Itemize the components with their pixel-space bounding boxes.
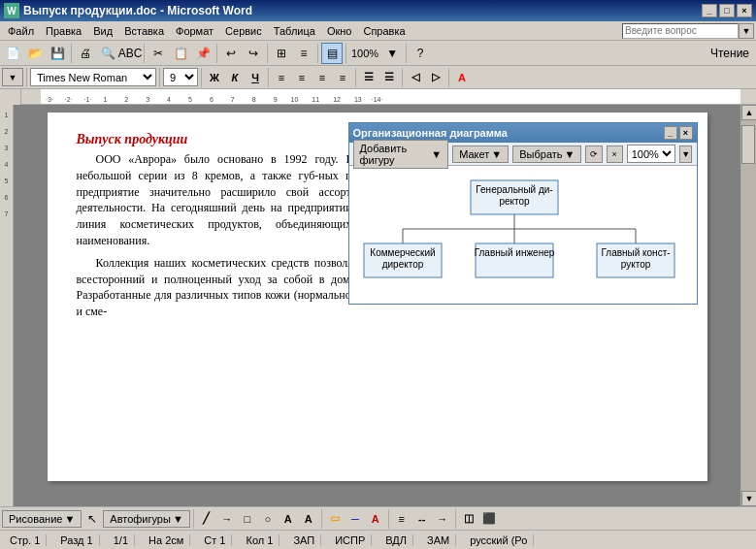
list-button[interactable]: ☰: [359, 68, 378, 86]
wordart-button[interactable]: A: [299, 509, 318, 528]
3d-button[interactable]: ⬛: [479, 509, 499, 528]
numlist-button[interactable]: ☰: [379, 68, 399, 86]
menu-format[interactable]: Формат: [170, 23, 219, 39]
svg-text:директор: директор: [381, 259, 423, 270]
scroll-track[interactable]: [741, 120, 756, 491]
open-button[interactable]: 📂: [24, 43, 46, 64]
menu-window[interactable]: Окно: [321, 23, 358, 39]
read-button-container: Чтение: [706, 43, 754, 64]
ruler-corner: [0, 89, 21, 105]
select-arrow-button[interactable]: ↖: [82, 510, 102, 528]
rect-button[interactable]: □: [238, 509, 257, 528]
org-panel-close-button[interactable]: ×: [679, 126, 693, 140]
indent-more-button[interactable]: ▷: [426, 68, 445, 86]
color-button[interactable]: A: [452, 68, 472, 86]
line-style-button[interactable]: ≡: [392, 509, 411, 528]
org-panel-controls[interactable]: _ ×: [664, 126, 693, 140]
arrow-button[interactable]: →: [217, 509, 237, 528]
menu-help[interactable]: Справка: [357, 23, 411, 39]
maximize-button[interactable]: □: [719, 4, 735, 17]
document-area[interactable]: Организационная диаграмма _ × Добавить ф…: [14, 105, 740, 506]
status-bar: Стр. 1 Разд 1 1/1 На 2см Ст 1 Кол 1 ЗАП …: [0, 530, 756, 549]
arrow-style-button[interactable]: →: [433, 509, 452, 528]
layout-button[interactable]: Макет ▼: [452, 145, 509, 163]
spell-button[interactable]: ABC: [119, 43, 141, 64]
org-refresh-button[interactable]: ⟳: [585, 145, 602, 163]
status-pages: 1/1: [108, 534, 135, 546]
minimize-button[interactable]: _: [702, 4, 717, 17]
sep5: [317, 44, 318, 63]
sep-fmt3: [201, 68, 202, 87]
svg-text:Главный инженер: Главный инженер: [474, 247, 554, 258]
bold-button[interactable]: Ж: [205, 68, 224, 86]
org-close-button[interactable]: ×: [607, 145, 623, 163]
style-dropdown[interactable]: ▼: [2, 68, 23, 86]
cut-button[interactable]: ✂: [148, 43, 169, 64]
italic-button[interactable]: К: [225, 68, 245, 86]
align-justify-button[interactable]: ≡: [333, 68, 352, 86]
scroll-thumb[interactable]: [741, 125, 755, 164]
dash-style-button[interactable]: --: [412, 509, 432, 528]
window-controls[interactable]: _ □ ×: [702, 4, 752, 17]
underline-button[interactable]: Ч: [246, 68, 265, 86]
columns-button[interactable]: ≡: [293, 43, 314, 64]
org-zoom-selector[interactable]: 100%: [627, 145, 675, 163]
shadow-button[interactable]: ◫: [459, 509, 478, 528]
save-button[interactable]: 💾: [47, 43, 68, 64]
paste-button[interactable]: 📌: [192, 43, 214, 64]
org-zoom-dropdown[interactable]: ▼: [679, 145, 693, 163]
add-shape-button[interactable]: Добавить фигуру ▼: [353, 140, 449, 169]
align-right-button[interactable]: ≡: [312, 68, 332, 86]
close-button[interactable]: ×: [737, 4, 752, 17]
fill-color-button[interactable]: ▭: [325, 509, 345, 528]
scroll-up-button[interactable]: ▲: [741, 105, 756, 120]
textbox-button[interactable]: A: [279, 509, 298, 528]
line-color-button[interactable]: ─: [345, 509, 365, 528]
line-button[interactable]: ╱: [197, 509, 216, 528]
zoom-dropdown[interactable]: ▼: [381, 43, 403, 64]
scroll-down-button[interactable]: ▼: [741, 491, 756, 506]
status-section: Разд 1: [54, 534, 99, 546]
menu-edit[interactable]: Правка: [40, 23, 87, 39]
horizontal-ruler: ·3··2··1· 123 456 789 101112 13·14·: [21, 89, 756, 105]
print-button[interactable]: 🖨: [75, 43, 96, 64]
svg-text:ректор: ректор: [499, 196, 530, 207]
autoshapes-button[interactable]: Автофигуры ▼: [103, 510, 189, 528]
redo-button[interactable]: ↪: [243, 43, 264, 64]
menu-view[interactable]: Вид: [87, 23, 118, 39]
select-button[interactable]: Выбрать ▼: [512, 145, 581, 163]
table-button[interactable]: ⊞: [271, 43, 292, 64]
draw-button[interactable]: Рисование ▼: [2, 510, 82, 528]
oval-button[interactable]: ○: [258, 509, 278, 528]
help-button[interactable]: ?: [410, 43, 431, 64]
org-panel-toolbar: Добавить фигуру ▼ Макет ▼ Выбрать ▼ ⟳ × …: [349, 143, 697, 166]
align-center-button[interactable]: ≡: [292, 68, 312, 86]
menu-table[interactable]: Таблица: [268, 23, 321, 39]
vertical-ruler: 1 2 3 4 5 6 7: [0, 105, 14, 506]
status-zam: ЗАМ: [421, 534, 456, 546]
vertical-scrollbar[interactable]: ▲ ▼: [740, 105, 756, 506]
help-search-button[interactable]: ▼: [739, 23, 754, 39]
menu-file[interactable]: Файл: [2, 23, 40, 39]
font-color-button[interactable]: A: [366, 509, 385, 528]
copy-button[interactable]: 📋: [170, 43, 191, 64]
org-panel-title: Организационная диаграмма: [353, 127, 508, 139]
font-selector[interactable]: Times New Roman: [30, 68, 156, 86]
size-selector[interactable]: 9: [163, 68, 198, 86]
align-left-button[interactable]: ≡: [272, 68, 291, 86]
read-button[interactable]: Чтение: [706, 43, 754, 64]
status-ispr: ИСПР: [329, 534, 372, 546]
ruler-row: ·3··2··1· 123 456 789 101112 13·14·: [0, 89, 756, 105]
indent-less-button[interactable]: ◁: [406, 68, 425, 86]
status-page: Стр. 1: [4, 534, 47, 546]
menu-tools[interactable]: Сервис: [219, 23, 268, 39]
undo-button[interactable]: ↩: [220, 43, 242, 64]
org-panel-minimize-button[interactable]: _: [664, 126, 677, 140]
help-search-input[interactable]: [622, 23, 739, 39]
menu-bar: Файл Правка Вид Вставка Формат Сервис Та…: [0, 21, 756, 41]
new-button[interactable]: 📄: [2, 43, 23, 64]
normal-view-button[interactable]: ▤: [321, 43, 343, 64]
menu-insert[interactable]: Вставка: [118, 23, 170, 39]
sep-fmt7: [448, 68, 449, 87]
preview-button[interactable]: 🔍: [97, 43, 118, 64]
